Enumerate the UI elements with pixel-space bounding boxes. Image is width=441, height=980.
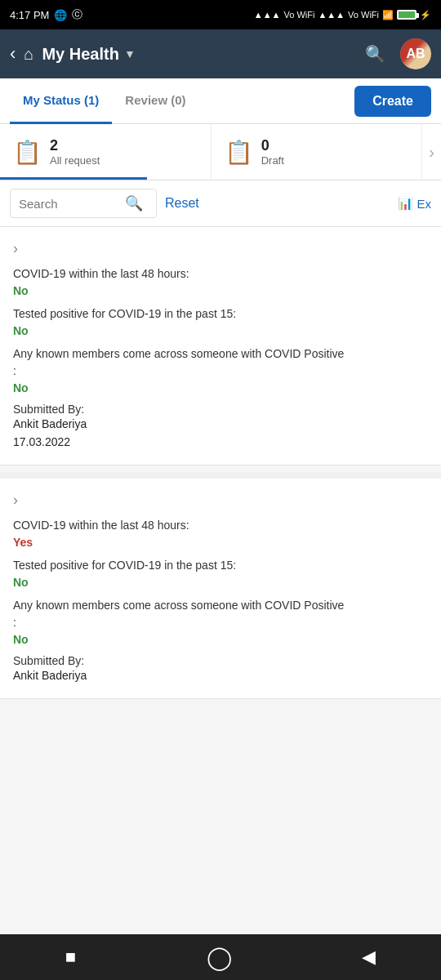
draft-count: 0 <box>261 137 284 154</box>
at-icon1: 🌐 <box>54 9 67 21</box>
export-label: Ex <box>416 197 431 211</box>
card2-submitter-name: Ankit Baderiya <box>13 669 428 682</box>
app-header: ‹ ⌂ My Health ▼ 🔍 AB <box>0 29 441 78</box>
signal-icon: ▲▲▲ <box>254 10 281 20</box>
submitted-date: 17.03.2022 <box>13 435 428 448</box>
time: 4:17 PM <box>10 9 49 21</box>
card2-field-2-label: Tested positive for COVID-19 in the past… <box>13 557 428 574</box>
avatar-image: AB <box>400 38 431 69</box>
card-2-field-2: Tested positive for COVID-19 in the past… <box>13 557 428 589</box>
search-row: 🔍 Reset 📊 Ex <box>0 180 441 227</box>
draft-clipboard-icon: 📋 <box>225 139 253 166</box>
back-nav-button[interactable]: ◀ <box>362 947 376 968</box>
home-circle-button[interactable]: ◯ <box>207 944 232 971</box>
card-2: › COVID-19 within the last 48 hours: Yes… <box>0 479 441 699</box>
create-button[interactable]: Create <box>354 86 431 117</box>
submitted-by-label: Submitted By: <box>13 403 428 416</box>
signal-icon2: ▲▲▲ <box>318 10 345 20</box>
stop-button[interactable]: ■ <box>65 947 76 968</box>
search-input-wrap: 🔍 <box>10 189 157 218</box>
field-1-label: COVID-19 within the last 48 hours: <box>13 265 428 283</box>
export-icon: 📊 <box>398 196 413 211</box>
search-icon[interactable]: 🔍 <box>125 194 143 212</box>
stat-all-request-info: 2 All request <box>50 137 100 167</box>
wifi-label1: Vo WiFi <box>284 10 315 20</box>
wifi-icon: 📶 <box>382 10 394 20</box>
card2-field-3-label: Any known members come across someone wi… <box>13 597 428 631</box>
card-2-chevron[interactable]: › <box>13 492 428 509</box>
bottom-nav: ■ ◯ ◀ <box>0 934 441 980</box>
field-2-value: No <box>13 324 428 337</box>
card2-field-3-value: No <box>13 633 428 646</box>
field-3-value: No <box>13 381 428 394</box>
field-3-label: Any known members come across someone wi… <box>13 345 428 380</box>
card-1-chevron[interactable]: › <box>13 240 428 257</box>
card2-field-1-label: COVID-19 within the last 48 hours: <box>13 517 428 534</box>
stats-arrow[interactable]: › <box>422 124 441 180</box>
tab-my-status[interactable]: My Status (1) <box>10 78 112 124</box>
card-2-field-1: COVID-19 within the last 48 hours: Yes <box>13 517 428 549</box>
header-title: My Health ▼ <box>42 45 357 64</box>
stats-row: 📋 2 All request 📋 0 Draft › <box>0 124 441 180</box>
search-button[interactable]: 🔍 <box>365 44 385 64</box>
dropdown-icon[interactable]: ▼ <box>124 47 136 60</box>
stat-draft[interactable]: 📋 0 Draft <box>212 124 423 180</box>
status-bar-right: ▲▲▲ Vo WiFi ▲▲▲ Vo WiFi 📶 ⚡ <box>254 10 431 20</box>
field-2-label: Tested positive for COVID-19 in the past… <box>13 305 428 323</box>
avatar[interactable]: AB <box>400 38 431 69</box>
submitter-name: Ankit Baderiya <box>13 417 428 430</box>
card-1-field-1: COVID-19 within the last 48 hours: No <box>13 265 428 297</box>
card-divider <box>0 472 441 479</box>
search-input[interactable] <box>19 197 125 211</box>
field-1-value: No <box>13 284 428 297</box>
reset-button[interactable]: Reset <box>165 196 199 211</box>
status-bar: 4:17 PM 🌐 ⓒ ▲▲▲ Vo WiFi ▲▲▲ Vo WiFi 📶 ⚡ <box>0 0 441 29</box>
bolt-icon: ⚡ <box>420 10 431 20</box>
stat-all-request[interactable]: 📋 2 All request <box>0 124 212 180</box>
tab-review[interactable]: Review (0) <box>112 78 198 124</box>
card2-submitted-by-label: Submitted By: <box>13 654 428 667</box>
battery-icon <box>397 10 416 20</box>
card-1: › COVID-19 within the last 48 hours: No … <box>0 227 441 466</box>
home-icon[interactable]: ⌂ <box>24 45 33 64</box>
header-title-text: My Health <box>42 45 118 64</box>
clipboard-icon: 📋 <box>13 139 42 166</box>
all-request-label: All request <box>50 154 100 167</box>
draft-label: Draft <box>261 154 284 167</box>
card-1-field-3: Any known members come across someone wi… <box>13 345 428 394</box>
all-request-count: 2 <box>50 137 100 154</box>
card-2-field-3: Any known members come across someone wi… <box>13 597 428 646</box>
stat-draft-info: 0 Draft <box>261 137 284 167</box>
tabs-row: My Status (1) Review (0) Create <box>0 78 441 124</box>
export-button[interactable]: 📊 Ex <box>398 196 431 211</box>
wifi-label2: Vo WiFi <box>348 10 379 20</box>
card2-field-2-value: No <box>13 576 428 589</box>
at-icon2: ⓒ <box>72 7 82 22</box>
card-1-field-2: Tested positive for COVID-19 in the past… <box>13 305 428 337</box>
status-bar-left: 4:17 PM 🌐 ⓒ <box>10 7 82 22</box>
card2-field-1-value: Yes <box>13 536 428 549</box>
back-button[interactable]: ‹ <box>10 43 16 65</box>
